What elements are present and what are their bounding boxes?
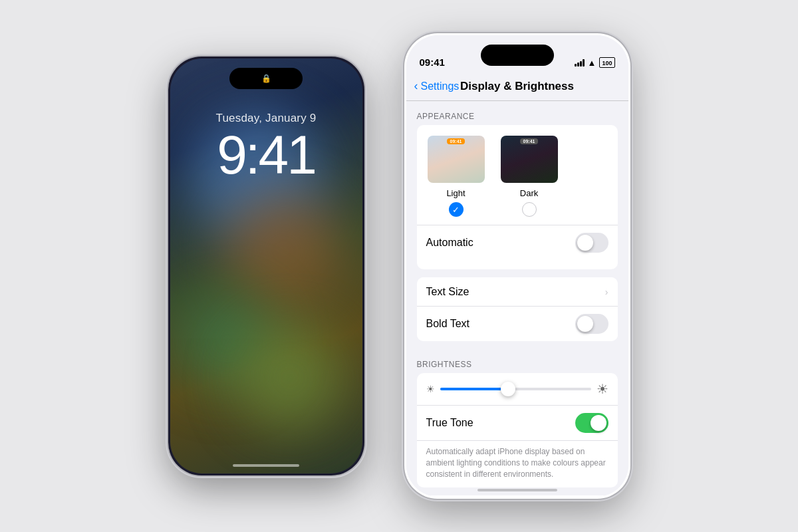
automatic-label: Automatic <box>426 237 473 249</box>
bold-text-label: Bold Text <box>426 318 470 330</box>
bold-text-row: Bold Text <box>417 307 618 341</box>
dark-thumb-time: 09:41 <box>520 138 539 144</box>
right-phone: 09:41 ▲ 100 ‹ Settings Display & Bri <box>404 33 630 499</box>
lockscreen-date: Tuesday, January 9 <box>170 112 362 125</box>
brightness-section-label: BRIGHTNESS <box>406 349 628 373</box>
home-indicator-right <box>477 489 557 491</box>
chevron-left-icon: ‹ <box>414 79 418 93</box>
signal-bar-3 <box>580 61 582 66</box>
light-mode-option[interactable]: 09:41 Light ✓ <box>426 134 486 217</box>
sun-small-icon: ☀ <box>426 384 435 394</box>
brightness-slider-row[interactable]: ☀ ☀ <box>417 373 618 406</box>
automatic-row: Automatic <box>417 225 618 260</box>
text-size-label: Text Size <box>426 286 469 298</box>
wifi-icon: ▲ <box>588 58 597 68</box>
light-thumb-time: 09:41 <box>447 138 466 144</box>
night-shift-row[interactable]: Night Shift Off › <box>417 495 618 497</box>
appearance-section-label: APPEARANCE <box>406 101 628 125</box>
true-tone-toggle-knob <box>591 415 606 431</box>
bold-text-toggle[interactable] <box>575 314 608 334</box>
light-mode-thumb[interactable]: 09:41 <box>426 134 486 184</box>
true-tone-row: True Tone <box>417 406 618 441</box>
dark-mode-thumb[interactable]: 09:41 <box>499 134 559 184</box>
dynamic-island-right <box>481 45 554 66</box>
brightness-slider-track[interactable] <box>440 388 591 390</box>
home-indicator-left <box>233 464 299 467</box>
text-settings-group: Text Size › Bold Text <box>417 277 618 341</box>
text-size-right: › <box>605 287 608 297</box>
lockscreen-content: Tuesday, January 9 9:41 <box>170 112 362 182</box>
back-label[interactable]: Settings <box>421 80 460 92</box>
brightness-slider-thumb[interactable] <box>501 382 515 396</box>
signal-bar-1 <box>575 64 577 66</box>
signal-bar-2 <box>577 63 579 66</box>
signal-bar-4 <box>583 59 585 66</box>
back-button[interactable]: ‹ Settings <box>414 79 460 93</box>
battery-level: 100 <box>602 60 612 66</box>
status-icons: ▲ 100 <box>575 57 615 68</box>
nav-bar: ‹ Settings Display & Brightness <box>406 72 628 101</box>
lockscreen-time: 9:41 <box>170 128 362 182</box>
true-tone-description: Automatically adapt iPhone display based… <box>417 441 618 487</box>
light-mode-radio[interactable]: ✓ <box>449 202 464 217</box>
status-time: 09:41 <box>420 57 445 68</box>
bold-text-toggle-knob <box>577 316 593 332</box>
signal-bars-icon <box>575 59 585 66</box>
brightness-slider-fill <box>440 388 508 390</box>
dark-mode-radio[interactable] <box>522 202 537 217</box>
text-size-chevron-icon: › <box>605 287 608 297</box>
left-phone: 🔒 Tuesday, January 9 9:41 <box>168 57 364 475</box>
light-mode-label: Light <box>446 188 465 198</box>
true-tone-toggle[interactable] <box>575 413 608 433</box>
battery-icon: 100 <box>599 57 614 68</box>
lock-icon: 🔒 <box>261 74 271 83</box>
nav-title: Display & Brightness <box>460 80 574 93</box>
dynamic-island-left: 🔒 <box>229 68 303 89</box>
settings-screen: 09:41 ▲ 100 ‹ Settings Display & Bri <box>406 35 628 497</box>
true-tone-label: True Tone <box>426 417 473 429</box>
sun-large-icon: ☀ <box>597 381 608 397</box>
night-shift-group: Night Shift Off › <box>417 495 618 497</box>
dark-mode-label: Dark <box>520 188 538 198</box>
text-size-row[interactable]: Text Size › <box>417 277 618 307</box>
lockscreen: 🔒 Tuesday, January 9 9:41 <box>170 59 362 473</box>
appearance-options: 09:41 Light ✓ 09:41 Dark <box>426 134 608 217</box>
settings-content[interactable]: APPEARANCE 09:41 Light ✓ <box>406 101 628 497</box>
brightness-group: ☀ ☀ True Tone Automatically adapt iPhone… <box>417 373 618 487</box>
dark-mode-option[interactable]: 09:41 Dark <box>499 134 559 217</box>
automatic-toggle[interactable] <box>575 233 608 253</box>
appearance-group: 09:41 Light ✓ 09:41 Dark <box>417 125 618 269</box>
automatic-toggle-knob <box>577 235 593 251</box>
